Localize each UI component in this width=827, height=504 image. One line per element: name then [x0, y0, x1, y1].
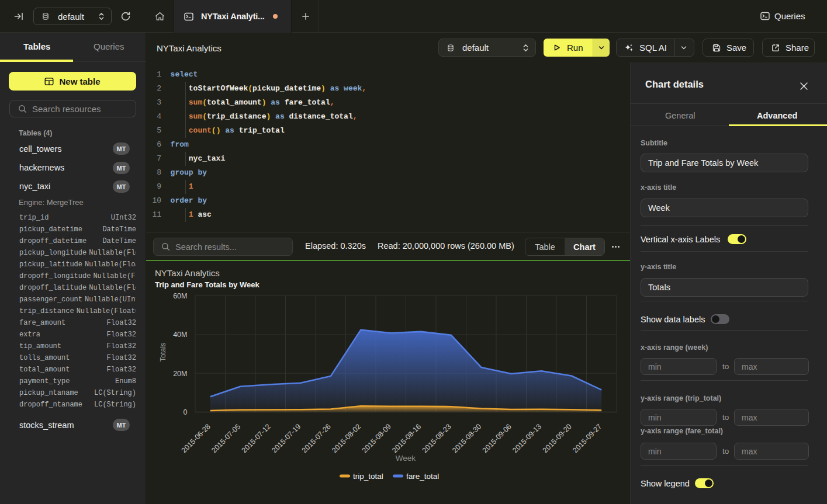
svg-text:0: 0 — [184, 408, 188, 416]
svg-text:40M: 40M — [173, 331, 187, 339]
svg-text:2015-07-26: 2015-07-26 — [300, 422, 333, 454]
svg-text:2015-07-19: 2015-07-19 — [270, 422, 302, 454]
svg-text:2015-08-09: 2015-08-09 — [361, 422, 393, 454]
svg-text:trip_total: trip_total — [353, 472, 383, 481]
svg-text:2015-09-27: 2015-09-27 — [571, 422, 603, 454]
svg-text:2015-08-30: 2015-08-30 — [451, 422, 483, 454]
svg-text:Totals: Totals — [159, 343, 167, 362]
svg-text:2015-07-12: 2015-07-12 — [240, 422, 272, 454]
svg-text:20M: 20M — [173, 370, 187, 378]
svg-text:2015-09-20: 2015-09-20 — [541, 422, 573, 454]
svg-text:2015-08-02: 2015-08-02 — [330, 422, 362, 454]
svg-text:2015-06-28: 2015-06-28 — [180, 422, 212, 454]
svg-text:fare_total: fare_total — [406, 472, 439, 481]
svg-text:2015-09-13: 2015-09-13 — [511, 422, 543, 454]
svg-text:Week: Week — [396, 454, 416, 463]
svg-text:2015-07-05: 2015-07-05 — [210, 422, 242, 454]
svg-text:60M: 60M — [173, 292, 187, 300]
svg-text:2015-09-06: 2015-09-06 — [481, 422, 513, 454]
svg-text:2015-08-16: 2015-08-16 — [390, 422, 423, 454]
svg-text:2015-08-23: 2015-08-23 — [421, 422, 453, 454]
